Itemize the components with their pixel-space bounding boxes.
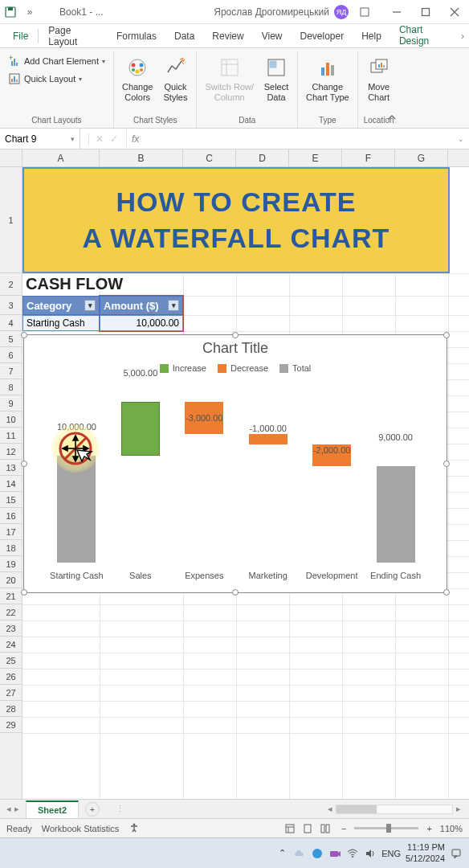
col-header-f[interactable]: F: [342, 149, 395, 166]
formula-input[interactable]: fx ⌄: [127, 129, 469, 149]
col-header-e[interactable]: E: [289, 149, 342, 166]
row-header[interactable]: 28: [0, 701, 22, 717]
expand-formula-bar-icon[interactable]: ⌄: [458, 135, 464, 143]
row-header[interactable]: 24: [0, 637, 22, 653]
tabs-scroll-right-icon[interactable]: ›: [461, 31, 464, 42]
waterfall-bar[interactable]: [249, 434, 288, 444]
table-header-category[interactable]: Category ▾: [22, 296, 100, 315]
quick-layout-button[interactable]: Quick Layout ▾: [5, 71, 108, 87]
autosave-icon[interactable]: [3, 5, 18, 19]
tray-language[interactable]: ENG: [381, 849, 401, 858]
row-header[interactable]: 5: [0, 331, 22, 347]
group-label-data: Data: [202, 114, 292, 128]
sheet-nav-next-icon[interactable]: ▸: [14, 804, 19, 814]
tab-file[interactable]: File: [5, 26, 36, 47]
quick-styles-button[interactable]: Quick Styles: [159, 53, 191, 114]
name-box-dropdown-icon[interactable]: ▾: [71, 135, 75, 143]
row-header[interactable]: 25: [0, 653, 22, 669]
row-header[interactable]: 6: [0, 347, 22, 363]
zoom-out-button[interactable]: −: [341, 824, 346, 833]
chart-title[interactable]: Chart Title: [24, 335, 447, 360]
normal-view-button[interactable]: [282, 821, 298, 837]
col-header-d[interactable]: D: [236, 149, 289, 166]
tray-onedrive-icon[interactable]: [293, 847, 306, 860]
select-all-button[interactable]: [0, 149, 22, 166]
page-layout-view-button[interactable]: [300, 821, 316, 837]
sheet-tab-active[interactable]: Sheet2: [26, 800, 79, 818]
row-header[interactable]: 16: [0, 508, 22, 524]
change-chart-type-button[interactable]: Change Chart Type: [303, 53, 353, 114]
ribbon-options-icon[interactable]: [353, 1, 376, 23]
col-header-a[interactable]: A: [22, 149, 100, 166]
zoom-in-button[interactable]: +: [426, 824, 431, 833]
zoom-slider[interactable]: [354, 827, 418, 829]
sheet-nav-prev-icon[interactable]: ◂: [6, 804, 11, 814]
row-header[interactable]: 26: [0, 669, 22, 685]
zoom-level[interactable]: 110%: [440, 824, 463, 833]
waterfall-bar[interactable]: [121, 402, 160, 456]
tab-view[interactable]: View: [254, 26, 291, 47]
row-header[interactable]: 11: [0, 428, 22, 444]
col-header-b[interactable]: B: [100, 149, 183, 166]
tab-developer[interactable]: Developer: [292, 26, 352, 47]
filter-dropdown-icon[interactable]: ▾: [168, 300, 179, 311]
row-header[interactable]: 19: [0, 556, 22, 572]
tab-help[interactable]: Help: [353, 26, 389, 47]
row-header[interactable]: 3: [0, 296, 22, 315]
chart-legend[interactable]: Increase Decrease Total: [24, 360, 447, 379]
row-header[interactable]: 29: [0, 717, 22, 733]
tray-notifications-icon[interactable]: [450, 847, 463, 860]
tray-chevron-up-icon[interactable]: ⌃: [275, 847, 288, 860]
user-avatar[interactable]: ЯД: [334, 5, 349, 19]
select-data-button[interactable]: Select Data: [260, 53, 292, 114]
tray-camera-icon[interactable]: [328, 847, 341, 860]
tab-page-layout[interactable]: Page Layout: [40, 20, 107, 52]
add-chart-element-button[interactable]: + Add Chart Element ▾: [5, 53, 108, 69]
chart-plot-area[interactable]: 10,000.00Starting Cash5,000.00Sales-3,00…: [32, 379, 438, 563]
tray-wifi-icon[interactable]: [346, 847, 359, 860]
row-header[interactable]: 27: [0, 685, 22, 701]
tab-data[interactable]: Data: [166, 26, 202, 47]
tab-review[interactable]: Review: [204, 26, 251, 47]
filter-dropdown-icon[interactable]: ▾: [84, 300, 96, 311]
cell-b4[interactable]: 10,000.00: [100, 315, 183, 331]
more-qat-icon[interactable]: »: [22, 5, 37, 19]
table-header-amount[interactable]: Amount ($) ▾: [100, 296, 183, 315]
move-chart-button[interactable]: Move Chart: [363, 53, 395, 114]
row-header[interactable]: 17: [0, 524, 22, 540]
row-header[interactable]: 14: [0, 476, 22, 492]
name-box[interactable]: Chart 9 ▾: [0, 129, 80, 149]
row-header[interactable]: 13: [0, 460, 22, 476]
new-sheet-button[interactable]: +: [85, 802, 100, 817]
row-header[interactable]: 23: [0, 620, 22, 637]
row-header[interactable]: 20: [0, 572, 22, 588]
row-header[interactable]: 22: [0, 604, 22, 620]
row-header[interactable]: 4: [0, 315, 22, 331]
row-header[interactable]: 7: [0, 363, 22, 379]
tray-volume-icon[interactable]: [364, 847, 377, 860]
row-header[interactable]: 1: [0, 167, 22, 273]
row-header[interactable]: 2: [0, 273, 22, 296]
row-header[interactable]: 12: [0, 444, 22, 460]
collapse-ribbon-icon[interactable]: [387, 113, 397, 125]
waterfall-bar[interactable]: [377, 466, 415, 563]
cell-a4[interactable]: Starting Cash: [22, 315, 100, 331]
horizontal-scrollbar[interactable]: ◂ ▸: [324, 804, 469, 815]
row-header[interactable]: 18: [0, 540, 22, 556]
page-break-view-button[interactable]: [317, 821, 333, 837]
tab-formulas[interactable]: Formulas: [108, 26, 165, 47]
change-colors-button[interactable]: Change Colors: [119, 53, 157, 114]
row-header[interactable]: 9: [0, 395, 22, 411]
cells-area[interactable]: HOW TO CREATE A WATERFALL CHART CASH FLO…: [22, 167, 469, 799]
fx-icon[interactable]: fx: [132, 133, 139, 145]
tray-app-icon[interactable]: [311, 847, 324, 860]
system-clock[interactable]: 11:19 PM 5/12/2024: [406, 842, 445, 863]
col-header-c[interactable]: C: [183, 149, 236, 166]
row-header[interactable]: 21: [0, 588, 22, 604]
row-header[interactable]: 15: [0, 492, 22, 508]
row-header[interactable]: 8: [0, 379, 22, 395]
workbook-statistics[interactable]: Workbook Statistics: [42, 824, 119, 833]
col-header-g[interactable]: G: [395, 149, 448, 166]
accessibility-icon[interactable]: [128, 822, 140, 835]
row-header[interactable]: 10: [0, 411, 22, 428]
